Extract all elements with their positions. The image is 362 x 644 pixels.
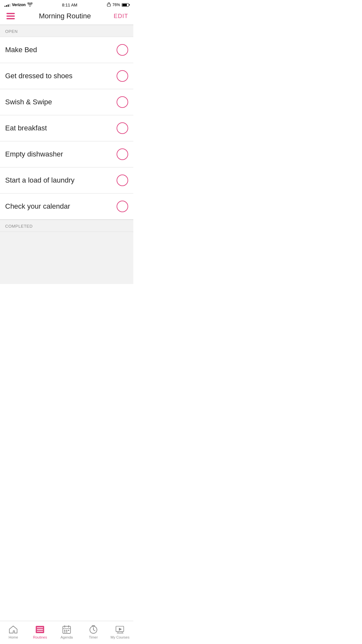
completed-section-label: COMPLETED [5, 224, 33, 229]
signal-icon [5, 3, 10, 7]
task-label: Start a load of laundry [5, 176, 74, 185]
task-item[interactable]: Start a load of laundry [0, 167, 133, 194]
task-item[interactable]: Get dressed to shoes [0, 63, 133, 89]
task-label: Empty dishwasher [5, 150, 63, 158]
open-section-header: OPEN [0, 25, 133, 37]
task-list: Make Bed Get dressed to shoes Swish & Sw… [0, 37, 133, 220]
content-area: OPEN Make Bed Get dressed to shoes Swish… [0, 25, 133, 307]
hamburger-line-2 [6, 15, 15, 17]
task-item[interactable]: Make Bed [0, 37, 133, 63]
task-checkbox[interactable] [117, 122, 128, 134]
task-checkbox[interactable] [117, 201, 128, 212]
battery-icon [122, 3, 129, 7]
task-label: Make Bed [5, 46, 37, 54]
task-label: Swish & Swipe [5, 98, 52, 106]
task-checkbox[interactable] [117, 175, 128, 186]
task-checkbox[interactable] [117, 148, 128, 160]
page-title: Morning Routine [39, 12, 91, 20]
task-item[interactable]: Swish & Swipe [0, 89, 133, 115]
task-label: Eat breakfast [5, 124, 47, 132]
status-time: 8:11 AM [62, 3, 77, 7]
svg-rect-0 [107, 4, 110, 6]
task-label: Check your calendar [5, 202, 70, 211]
battery-percent: 76% [112, 3, 120, 7]
task-checkbox[interactable] [117, 96, 128, 108]
hamburger-line-3 [6, 18, 15, 19]
status-bar: Verizon 8:11 AM 76% [0, 0, 133, 9]
nav-header: Morning Routine EDIT [0, 9, 133, 25]
completed-section: COMPLETED [0, 220, 133, 284]
task-item[interactable]: Eat breakfast [0, 115, 133, 141]
task-item[interactable]: Check your calendar [0, 194, 133, 220]
task-item[interactable]: Empty dishwasher [0, 141, 133, 167]
lock-icon [107, 2, 111, 7]
hamburger-menu[interactable] [5, 12, 16, 21]
task-label: Get dressed to shoes [5, 72, 72, 80]
wifi-icon [27, 3, 33, 7]
task-checkbox[interactable] [117, 44, 128, 56]
carrier-label: Verizon [12, 3, 26, 7]
status-right: 76% [107, 2, 129, 7]
completed-section-header: COMPLETED [0, 220, 133, 232]
status-left: Verizon [5, 3, 33, 7]
edit-button[interactable]: EDIT [114, 13, 128, 20]
open-section-label: OPEN [5, 29, 18, 34]
hamburger-line-1 [6, 13, 15, 14]
task-checkbox[interactable] [117, 70, 128, 82]
